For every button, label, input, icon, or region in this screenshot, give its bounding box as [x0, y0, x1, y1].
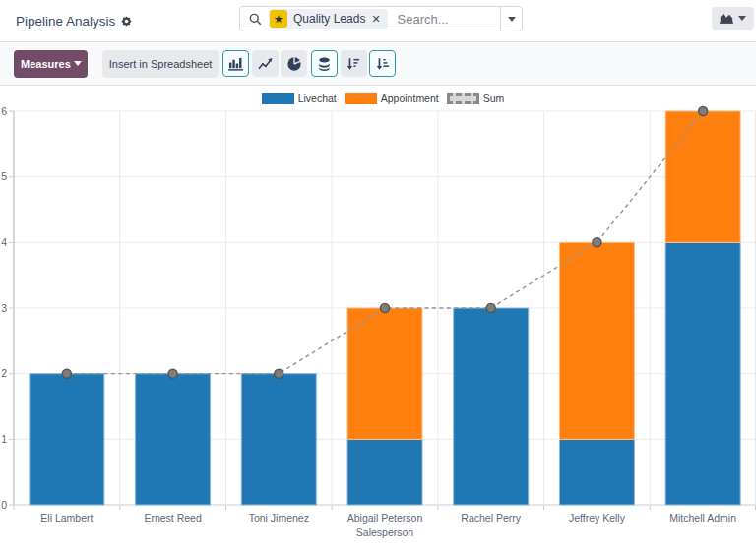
svg-text:1: 1 [1, 433, 7, 445]
svg-text:6: 6 [1, 105, 7, 117]
svg-text:5: 5 [1, 170, 7, 182]
svg-text:Jeffrey Kelly: Jeffrey Kelly [569, 512, 626, 524]
svg-text:3: 3 [1, 302, 7, 314]
facet-label: Quality Leads [293, 12, 365, 26]
pie-chart-icon [287, 57, 301, 71]
stacked-bar-chart[interactable]: 0123456Eli LambertErnest ReedToni Jimene… [0, 86, 756, 554]
gear-icon[interactable] [120, 15, 133, 28]
search-input[interactable]: Search... [398, 12, 500, 27]
sort-ascending-button[interactable] [369, 50, 396, 77]
sum-point [168, 369, 177, 378]
bar-appointment [559, 242, 634, 439]
bar-livechat [347, 439, 422, 505]
sort-desc-icon [346, 57, 360, 71]
svg-text:Ernest Reed: Ernest Reed [144, 512, 202, 524]
view-switcher-button[interactable] [712, 7, 754, 30]
control-panel-header: Pipeline Analysis [0, 0, 756, 42]
measures-button[interactable]: Measures [14, 50, 88, 78]
legend-swatch-sum [447, 93, 479, 104]
facet-remove-icon[interactable]: ✕ [371, 13, 380, 26]
search-dropdown-toggle[interactable] [500, 7, 522, 31]
bar-appointment [347, 308, 422, 439]
legend-item-appointment[interactable]: Appointment [345, 92, 439, 104]
svg-text:0: 0 [1, 499, 7, 511]
chart-legend: Livechat Appointment Sum [5, 92, 756, 104]
stacked-icon [318, 57, 331, 71]
sum-point [381, 304, 390, 313]
search-facet[interactable]: ★ Quality Leads ✕ [269, 9, 388, 29]
svg-text:4: 4 [1, 236, 7, 248]
area-chart-icon [720, 12, 733, 25]
sum-point [486, 304, 495, 313]
toolbar: Measures Insert in Spreadsheet [0, 42, 756, 86]
svg-text:Abigail Peterson: Abigail Peterson [347, 512, 423, 524]
chart-type-group [222, 50, 307, 77]
line-chart-icon [258, 57, 273, 71]
pie-chart-button[interactable] [281, 50, 307, 77]
bar-livechat [241, 374, 316, 505]
graph-view: Livechat Appointment Sum 0123456Eli Lamb… [0, 86, 756, 554]
bar-chart-icon [228, 57, 243, 71]
search-bar[interactable]: ★ Quality Leads ✕ Search... [239, 6, 523, 31]
bar-appointment [665, 111, 740, 242]
sum-point [62, 369, 71, 378]
legend-item-sum[interactable]: Sum [447, 92, 505, 104]
sum-point [699, 107, 708, 116]
svg-text:Eli Lambert: Eli Lambert [40, 512, 93, 524]
bar-livechat [136, 374, 211, 505]
svg-text:Mitchell Admin: Mitchell Admin [669, 512, 736, 524]
line-chart-button[interactable] [252, 50, 279, 77]
bar-livechat [559, 439, 634, 505]
insert-in-spreadsheet-button[interactable]: Insert in Spreadsheet [102, 50, 220, 78]
sort-asc-icon [376, 57, 390, 71]
svg-text:Rachel Perry: Rachel Perry [461, 512, 521, 524]
svg-text:2: 2 [1, 367, 7, 379]
stacked-toggle-button[interactable] [311, 50, 338, 77]
bar-livechat [454, 308, 529, 505]
bar-chart-button[interactable] [222, 50, 249, 77]
bar-livechat [30, 374, 104, 505]
sum-point [275, 369, 284, 378]
sum-point [593, 238, 601, 247]
sort-descending-button[interactable] [341, 50, 367, 77]
legend-swatch-appointment [345, 93, 377, 104]
favorite-star-icon: ★ [270, 10, 287, 28]
search-icon [249, 13, 262, 26]
svg-text:Salesperson: Salesperson [356, 526, 414, 538]
legend-item-livechat[interactable]: Livechat [262, 92, 337, 104]
legend-swatch-livechat [262, 93, 294, 104]
svg-text:Toni Jimenez: Toni Jimenez [249, 512, 309, 524]
chart-options-group [311, 50, 396, 77]
bar-livechat [665, 242, 740, 505]
page-title: Pipeline Analysis [16, 14, 115, 29]
